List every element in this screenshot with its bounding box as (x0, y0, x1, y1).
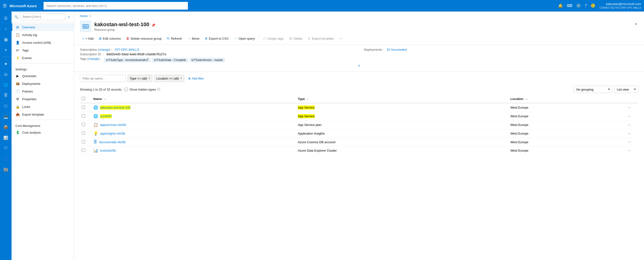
resource-name-link[interactable]: 🌐svcsfof3 (93, 114, 290, 118)
row-more-button[interactable]: ··· (628, 131, 631, 136)
header-type[interactable]: Type ↑ (294, 95, 507, 103)
sidebar-item-quickstart[interactable]: ▶ Quickstart (12, 72, 74, 80)
notifications-icon[interactable]: 🔔 (558, 3, 563, 8)
storage-icon[interactable]: 📦 (1, 122, 10, 132)
sidebar-item-access-control[interactable]: 👤 Access control (IAM) (12, 39, 74, 46)
all-services-icon[interactable]: ≡ (1, 45, 10, 55)
header-name[interactable]: Name ↑↓ (90, 95, 294, 103)
sidebar-locks-label: Locks (22, 105, 30, 109)
sidebar-item-export-template[interactable]: 📤 Export template (12, 111, 74, 118)
sidebar-item-activity-log[interactable]: 📋 Activity log (12, 31, 74, 39)
global-search-input[interactable] (44, 2, 188, 9)
row-type-cell: App Service (294, 103, 507, 112)
close-button[interactable]: × (634, 21, 638, 28)
subscription-change-link[interactable]: change (99, 48, 109, 51)
grouping-select[interactable]: No grouping Group by type Group by locat… (574, 86, 612, 93)
row-checkbox[interactable] (82, 131, 85, 135)
resource-groups-icon[interactable]: 🗂 (1, 69, 10, 79)
subscription-value[interactable]: IOT-OPC-WALLS (115, 48, 139, 51)
sidebar-item-overview[interactable]: ⊞ Overview (12, 23, 74, 31)
row-name-cell: 📊kustosfof3k (90, 146, 294, 155)
tags-change-link[interactable]: change (88, 57, 99, 60)
row-checkbox[interactable] (82, 149, 85, 152)
feedback-icon[interactable]: 🙂 (590, 3, 596, 8)
sidebar-item-policies[interactable]: 📄 Policies (12, 87, 74, 95)
assign-tags-button[interactable]: 🏷 Assign tags (260, 35, 286, 41)
cloud-shell-icon[interactable]: ⌨ (567, 3, 572, 8)
user-info[interactable]: kakostan@microsoft.com CONNECTED FACTORY… (599, 2, 641, 9)
monitor-icon[interactable]: 📊 (1, 133, 10, 143)
portal-menu-icon[interactable]: ☰ (1, 13, 10, 23)
hidden-types-info-icon[interactable]: ⓘ (157, 87, 160, 92)
add-filter-button[interactable]: ⊕ Add filter (186, 76, 206, 81)
row-more-button[interactable]: ··· (628, 105, 631, 110)
vm-icon[interactable]: 💻 (1, 112, 10, 121)
sidebar-item-events[interactable]: ⚡ Events (12, 54, 74, 62)
help-icon[interactable]: ? (585, 3, 587, 8)
sidebar-item-tags[interactable]: 🏷 Tags (12, 46, 74, 54)
location-filter-close[interactable]: × (180, 77, 182, 80)
filter-name-input[interactable] (80, 75, 126, 82)
resource-name-link[interactable]: 🗄documentdb-sfof3k (93, 140, 290, 144)
refresh-button[interactable]: ↻ Refresh (164, 35, 184, 41)
pin-icon[interactable]: 📌 (151, 23, 156, 27)
delete-button[interactable]: 🗑 Delete (286, 35, 305, 41)
svg-text:RG: RG (84, 25, 88, 28)
row-more-button[interactable]: ··· (628, 114, 631, 118)
show-hidden-types-checkbox[interactable] (124, 88, 128, 91)
select-all-checkbox[interactable] (82, 97, 85, 100)
marketplace-icon[interactable]: 🏬 (1, 165, 10, 174)
row-checkbox[interactable] (82, 123, 85, 126)
row-more-button[interactable]: ··· (628, 123, 631, 127)
row-more-cell: ··· (624, 129, 638, 138)
add-button[interactable]: + + Add (80, 35, 96, 41)
export-csv-button[interactable]: ⬇ Export to CSV (202, 35, 231, 41)
open-query-button[interactable]: ⋯ Open query (232, 35, 258, 41)
row-more-button[interactable]: ··· (628, 140, 631, 144)
resource-name-link[interactable]: 📋appservices-sfof3k (93, 123, 290, 127)
type-filter-chip: Type == (all) × (128, 75, 152, 82)
hidden-types-label: Show hidden types ⓘ (124, 87, 160, 92)
results-count: Showing 1 to 33 of 33 records. (80, 88, 122, 91)
row-more-button[interactable]: ··· (628, 149, 631, 153)
export-template-button[interactable]: ⬇ Export template (305, 35, 336, 41)
more-button[interactable]: ··· (336, 35, 344, 42)
results-right: No grouping Group by type Group by locat… (574, 86, 638, 93)
collapse-toggle[interactable]: ∧ (80, 62, 638, 69)
resource-type-icon: 🗄 (93, 140, 97, 144)
edit-columns-button[interactable]: ⊞ Edit columns (96, 35, 123, 41)
cosmos-icon[interactable]: ⬡ (1, 101, 10, 111)
row-location-cell: West Europe (507, 146, 624, 155)
sidebar-events-label: Events (22, 56, 32, 60)
sql-icon[interactable]: 🗄 (1, 91, 10, 100)
favorites-icon[interactable]: ★ (1, 59, 10, 68)
sidebar-item-properties[interactable]: ⚙ Properties (12, 95, 74, 103)
users-icon[interactable]: 👤 (1, 154, 10, 164)
settings-icon[interactable]: ⚙️ (576, 3, 581, 8)
home-icon[interactable]: ⌂ (1, 24, 10, 34)
resource-name-link[interactable]: 💡appinsights-sfof3k (93, 131, 290, 136)
breadcrumb-home[interactable]: Home (80, 14, 88, 18)
sidebar-item-cost-analysis[interactable]: 💲 Cost analysis (12, 129, 74, 136)
type-filter-close[interactable]: × (148, 77, 150, 80)
sidebar-activity-label: Activity log (22, 33, 37, 37)
dashboard-icon[interactable]: ▦ (1, 35, 10, 44)
app-services-icon[interactable]: 🌐 (1, 80, 10, 90)
resource-type-icon: 🌐 (93, 105, 98, 110)
resource-name-link[interactable]: 🌐kakostan-wsl-test-100 (93, 105, 290, 110)
row-checkbox[interactable] (82, 140, 85, 143)
view-select[interactable]: List view Grid view (614, 86, 638, 93)
row-checkbox[interactable] (82, 114, 85, 117)
header-location[interactable]: Location ↑↓ (507, 95, 624, 103)
sidebar-item-deployments[interactable]: 📦 Deployments (12, 80, 74, 87)
row-checkbox[interactable] (82, 105, 85, 109)
delete-resource-group-button[interactable]: 🗑 Delete resource group (124, 35, 164, 41)
sidebar-search-input[interactable] (20, 13, 65, 20)
security-icon[interactable]: 🛡 (1, 143, 10, 153)
sidebar-item-locks[interactable]: 🔒 Locks (12, 103, 74, 111)
sidebar-collapse-btn[interactable]: « (67, 14, 71, 20)
resource-name-link[interactable]: 📊kustosfof3k (93, 148, 290, 153)
expand-icon[interactable]: ☰ (3, 3, 7, 8)
deployments-value[interactable]: 16 Succeeded (386, 48, 406, 51)
move-button[interactable]: → Move (185, 35, 202, 41)
